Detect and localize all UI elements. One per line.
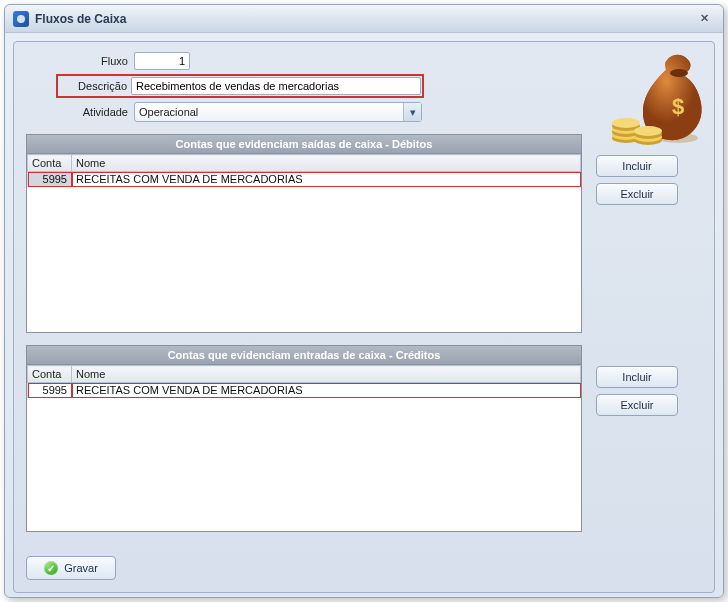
window-title: Fluxos de Caixa [35, 12, 693, 26]
svg-text:$: $ [672, 94, 684, 119]
col-nome[interactable]: Nome [72, 155, 581, 172]
app-icon [13, 11, 29, 27]
atividade-select[interactable]: Operacional ▾ [134, 102, 422, 122]
col-conta[interactable]: Conta [28, 366, 72, 383]
svg-point-2 [670, 69, 688, 77]
svg-point-0 [17, 15, 25, 23]
svg-point-9 [612, 118, 640, 128]
atividade-value: Operacional [139, 106, 198, 118]
section-header-debitos: Contas que evidenciam saídas de caixa - … [26, 134, 582, 153]
descricao-highlight: Descrição [56, 74, 424, 98]
check-icon: ✓ [44, 561, 58, 575]
gravar-label: Gravar [64, 562, 98, 574]
money-bag-icon: $ [608, 50, 704, 146]
excluir-credito-button[interactable]: Excluir [596, 394, 678, 416]
excluir-debito-button[interactable]: Excluir [596, 183, 678, 205]
table-row[interactable]: 5995 RECEITAS COM VENDA DE MERCADORIAS [28, 172, 581, 187]
fluxo-label: Fluxo [26, 55, 134, 67]
close-icon[interactable]: ✕ [693, 10, 715, 28]
cell-nome: RECEITAS COM VENDA DE MERCADORIAS [72, 383, 581, 398]
cell-nome: RECEITAS COM VENDA DE MERCADORIAS [72, 172, 581, 187]
table-row[interactable]: 5995 RECEITAS COM VENDA DE MERCADORIAS [28, 383, 581, 398]
incluir-debito-button[interactable]: Incluir [596, 155, 678, 177]
cell-conta: 5995 [28, 383, 72, 398]
content-panel: $ Fluxo [13, 41, 715, 593]
section-header-creditos: Contas que evidenciam entradas de caixa … [26, 345, 582, 364]
row-descricao: Descrição [26, 74, 702, 98]
creditos-buttons: Incluir Excluir [596, 366, 678, 416]
fluxo-input[interactable] [134, 52, 190, 70]
col-nome[interactable]: Nome [72, 366, 581, 383]
chevron-down-icon: ▾ [403, 103, 421, 121]
grid-debitos[interactable]: Conta Nome 5995 RECEITAS COM VENDA DE ME… [26, 153, 582, 333]
descricao-label: Descrição [57, 80, 131, 92]
cell-conta: 5995 [28, 172, 72, 187]
titlebar: Fluxos de Caixa ✕ [5, 5, 723, 33]
row-fluxo: Fluxo [26, 52, 702, 70]
debitos-area: Conta Nome 5995 RECEITAS COM VENDA DE ME… [26, 153, 702, 333]
atividade-label: Atividade [26, 106, 134, 118]
debitos-buttons: Incluir Excluir [596, 155, 678, 205]
descricao-input[interactable] [131, 77, 421, 95]
incluir-credito-button[interactable]: Incluir [596, 366, 678, 388]
svg-point-13 [634, 126, 662, 136]
gravar-button[interactable]: ✓ Gravar [26, 556, 116, 580]
col-conta[interactable]: Conta [28, 155, 72, 172]
grid-creditos[interactable]: Conta Nome 5995 RECEITAS COM VENDA DE ME… [26, 364, 582, 532]
row-atividade: Atividade Operacional ▾ [26, 102, 702, 122]
window-fluxos-de-caixa: Fluxos de Caixa ✕ $ [4, 4, 724, 598]
creditos-area: Conta Nome 5995 RECEITAS COM VENDA DE ME… [26, 364, 702, 532]
